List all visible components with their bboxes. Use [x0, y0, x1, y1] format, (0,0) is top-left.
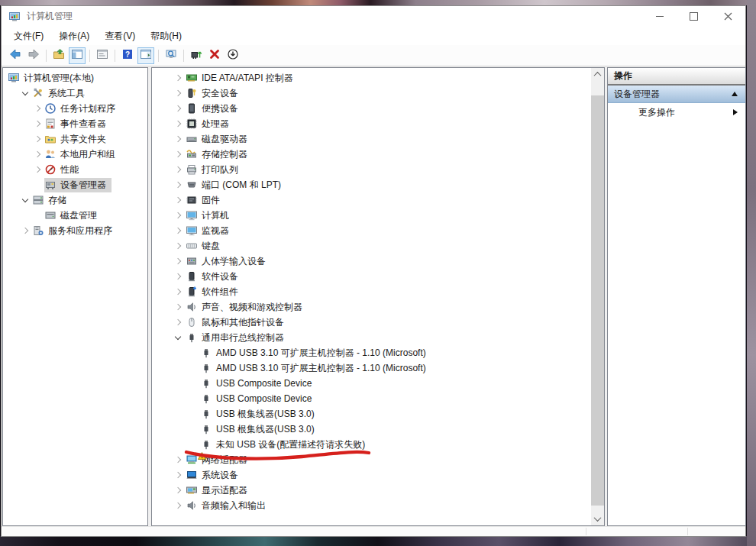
- expand-chevron-icon[interactable]: [172, 469, 186, 481]
- expander-spacer: [186, 438, 200, 451]
- tree-item-keyboard[interactable]: 键盘: [152, 238, 591, 254]
- tree-item-task-scheduler[interactable]: 任务计划程序: [3, 101, 147, 116]
- expand-chevron-icon[interactable]: [32, 148, 44, 160]
- toolbar-button-folder-up[interactable]: [50, 47, 67, 64]
- expand-chevron-icon[interactable]: [172, 484, 186, 496]
- menu-view[interactable]: 查看(V): [97, 27, 143, 45]
- expander-spacer: [186, 377, 200, 389]
- menu-file[interactable]: 文件(F): [6, 27, 51, 45]
- collapse-chevron-icon[interactable]: [172, 331, 186, 344]
- tree-item-ide-controller[interactable]: IDE ATA/ATAPI 控制器: [152, 70, 591, 86]
- tree-item-computer[interactable]: 计算机: [152, 208, 591, 223]
- expand-chevron-icon[interactable]: [32, 118, 44, 130]
- scroll-down-button[interactable]: [591, 512, 604, 525]
- expand-chevron-icon[interactable]: [172, 102, 186, 115]
- expand-chevron-icon[interactable]: [172, 255, 186, 267]
- tree-item-users-groups[interactable]: 本地用户和组: [3, 147, 147, 162]
- tree-item-event-viewer[interactable]: 事件查看器: [3, 116, 147, 131]
- tree-item-software-device[interactable]: 软件设备: [152, 269, 591, 284]
- expand-chevron-icon[interactable]: [20, 225, 32, 237]
- tree-item-disk-drive[interactable]: 磁盘驱动器: [152, 131, 591, 147]
- expand-chevron-icon[interactable]: [172, 499, 186, 512]
- toolbar-button-help[interactable]: ?: [119, 47, 136, 64]
- expand-chevron-icon[interactable]: [172, 194, 186, 206]
- toolbar-button-disable-device[interactable]: [225, 47, 241, 64]
- tree-item-portable-device[interactable]: 便携设备: [152, 101, 591, 116]
- tree-item-usb-device[interactable]: AMD USB 3.10 可扩展主机控制器 - 1.10 (Microsoft): [152, 360, 591, 376]
- tree-item-usb-device[interactable]: USB Composite Device: [152, 376, 591, 391]
- expand-chevron-icon[interactable]: [172, 270, 186, 283]
- tree-item-system-devices[interactable]: 系统设备: [152, 467, 591, 483]
- expand-chevron-icon[interactable]: [172, 286, 186, 298]
- collapse-chevron-icon[interactable]: [20, 87, 32, 99]
- tree-item-label: 设备管理器: [60, 179, 109, 192]
- tree-item-usb-device[interactable]: USB 根集线器(USB 3.0): [152, 422, 591, 437]
- tree-item-disk-management[interactable]: 磁盘管理: [3, 208, 147, 223]
- toolbar-button-scan-hardware[interactable]: [188, 47, 205, 64]
- tree-item-mouse[interactable]: 鼠标和其他指针设备: [152, 315, 591, 330]
- expand-chevron-icon[interactable]: [172, 133, 186, 145]
- tree-item-usb-device[interactable]: AMD USB 3.10 可扩展主机控制器 - 1.10 (Microsoft): [152, 345, 591, 360]
- tree-item-hid[interactable]: 人体学输入设备: [152, 254, 591, 269]
- expand-chevron-icon[interactable]: [172, 148, 186, 160]
- tree-item-audio-io[interactable]: 音频输入和输出: [152, 498, 591, 513]
- tree-item-sound-video-game[interactable]: 声音、视频和游戏控制器: [152, 299, 591, 315]
- maximize-button[interactable]: [677, 6, 711, 27]
- collapse-arrow-icon[interactable]: [732, 92, 738, 96]
- expand-chevron-icon[interactable]: [172, 301, 186, 313]
- tree-item-processor[interactable]: 处理器: [152, 116, 591, 131]
- toolbar-button-forward-arrow[interactable]: [25, 47, 42, 64]
- tree-item-display-adapter[interactable]: 显示适配器: [152, 483, 591, 498]
- tree-item-firmware[interactable]: 固件: [152, 192, 591, 208]
- toolbar-button-action-pane-toggle[interactable]: [137, 47, 154, 64]
- expand-chevron-icon[interactable]: [172, 179, 186, 191]
- expand-chevron-icon[interactable]: [172, 316, 186, 328]
- more-actions-item[interactable]: 更多操作: [608, 103, 745, 121]
- tree-item-system-tools[interactable]: 系统工具: [3, 86, 147, 101]
- expand-chevron-icon[interactable]: [172, 163, 186, 176]
- tree-item-security-device[interactable]: 安全设备: [152, 86, 591, 101]
- expand-chevron-icon[interactable]: [172, 118, 186, 130]
- close-button[interactable]: [711, 6, 745, 27]
- expand-chevron-icon[interactable]: [172, 87, 186, 99]
- toolbar-button-properties[interactable]: [94, 47, 111, 64]
- expand-chevron-icon[interactable]: [172, 72, 186, 84]
- toolbar-button-back-arrow[interactable]: [7, 47, 24, 64]
- tree-item-monitor[interactable]: 监视器: [152, 223, 591, 238]
- tree-item-shared-folders[interactable]: 共享文件夹: [3, 131, 147, 147]
- tree-item-network-adapter[interactable]: 网络适配器: [152, 452, 591, 467]
- tree-item-usb-device[interactable]: USB Composite Device: [152, 391, 591, 406]
- submenu-arrow-icon: [733, 109, 738, 115]
- tree-item-device-manager[interactable]: 设备管理器: [3, 177, 147, 192]
- tree-item-software-component[interactable]: 软件组件: [152, 284, 591, 299]
- expand-chevron-icon[interactable]: [32, 163, 44, 176]
- tree-item-label: 软件设备: [202, 270, 241, 283]
- tree-item-usb-device[interactable]: 未知 USB 设备(配置描述符请求失败): [152, 437, 591, 452]
- expand-chevron-icon[interactable]: [172, 225, 186, 237]
- tree-item-usb-device[interactable]: USB 根集线器(USB 3.0): [152, 406, 591, 422]
- expand-chevron-icon[interactable]: [172, 454, 186, 466]
- tree-item-services-apps[interactable]: 服务和应用程序: [3, 223, 147, 238]
- scrollbar-thumb[interactable]: [591, 95, 604, 506]
- toolbar-button-export-list[interactable]: [163, 47, 179, 64]
- expand-chevron-icon[interactable]: [32, 133, 44, 145]
- actions-group-device-manager[interactable]: 设备管理器: [608, 86, 745, 103]
- minimize-button[interactable]: [642, 6, 677, 27]
- expand-chevron-icon[interactable]: [172, 209, 186, 221]
- expand-chevron-icon[interactable]: [172, 240, 186, 252]
- tree-item-usb-controller[interactable]: 通用串行总线控制器: [152, 330, 591, 345]
- tree-item-print-queue[interactable]: 打印队列: [152, 162, 591, 177]
- tree-item-performance[interactable]: 性能: [3, 162, 147, 177]
- collapse-chevron-icon[interactable]: [20, 194, 32, 206]
- tree-item-computer-management[interactable]: 计算机管理(本地): [3, 70, 147, 86]
- toolbar-button-console-tree-toggle[interactable]: [69, 47, 86, 64]
- toolbar-button-uninstall-x[interactable]: [206, 47, 223, 64]
- scroll-up-button[interactable]: [591, 68, 604, 81]
- tree-item-storage[interactable]: 存储: [3, 192, 147, 208]
- expand-chevron-icon[interactable]: [32, 102, 44, 115]
- tree-item-ports[interactable]: 端口 (COM 和 LPT): [152, 177, 591, 192]
- tree-item-storage-controller[interactable]: 存储控制器: [152, 147, 591, 162]
- vertical-scrollbar[interactable]: [591, 68, 604, 525]
- menu-action[interactable]: 操作(A): [51, 27, 97, 45]
- menu-help[interactable]: 帮助(H): [143, 27, 189, 45]
